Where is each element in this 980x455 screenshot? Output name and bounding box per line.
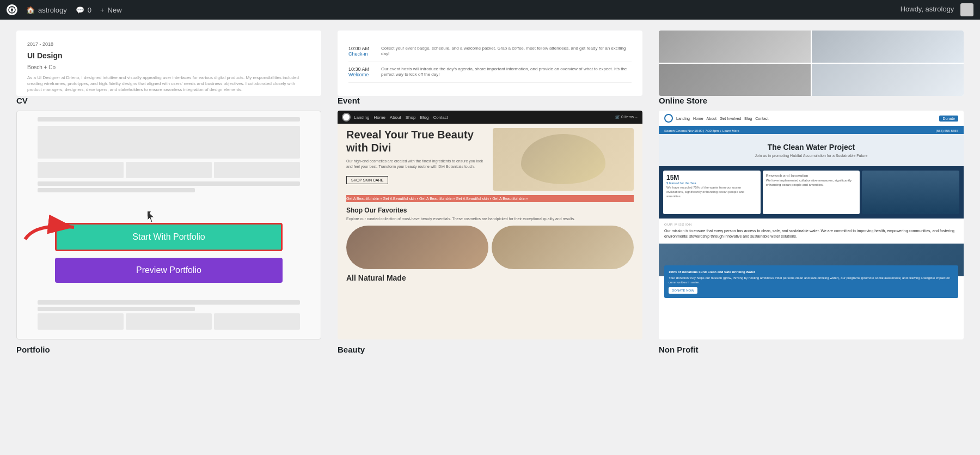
wf-cell-b1 [38,313,124,330]
beauty-cart: 🛒 0 Items ⌄ [615,115,638,119]
wf-nav [38,117,300,122]
np-stat-card-2-text: Research and Innovation [766,174,857,178]
cv-card-partial[interactable]: 2017 - 2018 UI Design Bosch + Co As a UI… [16,31,321,96]
np-stat-num: 15M [666,174,757,181]
admin-bar: 🏠 astrology 💬 0 + New Howdy, astrology [0,0,980,20]
online-store-label: Online Store [659,96,964,105]
cv-label: CV [16,96,321,105]
nonprofit-label: Non Profit [659,345,964,354]
store-img-4 [812,64,964,96]
start-with-portfolio-button[interactable]: Start With Portfolio [55,223,283,251]
site-name-item[interactable]: 🏠 astrology [26,6,67,14]
beauty-img-2 [492,226,634,269]
template-grid: Start With Portfolio Preview Portfolio [16,111,964,354]
wf-grid [38,162,300,178]
np-stat-label: $ Raised for the Sea [666,181,757,185]
shop-fav-title: Shop Our Favorites [346,207,634,214]
portfolio-card-inner: Start With Portfolio Preview Portfolio [17,111,321,339]
event-template-item: 10:00 AM Check-in Collect your event bad… [338,31,642,105]
wp-logo-item[interactable] [7,4,17,15]
wf-row-b2 [38,307,195,311]
event-row-1: 10:00 AM Check-in Collect your event bad… [348,41,632,62]
event-desc-2: Our event hosts will introduce the day's… [381,66,632,78]
beauty-nav: Landing Home About Shop Blog Contact [354,115,448,120]
svg-marker-4 [148,211,154,222]
event-card-partial[interactable]: 10:00 AM Check-in Collect your event bad… [338,31,642,96]
wp-logo-icon [7,4,17,15]
cv-title: UI Design [27,51,310,60]
beauty-logo-area: Landing Home About Shop Blog Contact [342,113,448,122]
wf-row-1 [38,181,300,186]
beauty-shop-favorites: Shop Our Favorites Explore our curated c… [346,207,634,270]
np-stat-desc: We have recycled 75% of the waste from o… [666,186,757,198]
avatar [960,3,973,16]
wf-cell-b2 [126,313,212,330]
top-row: 2017 - 2018 UI Design Bosch + Co As a UI… [16,31,964,105]
portfolio-template-item: Start With Portfolio Preview Portfolio [16,111,321,354]
np-donate-card: 100% of Donations Fund Clean and Safe Dr… [664,265,958,299]
comment-icon: 💬 [76,6,84,14]
np-hero-title: The Clean Water Project [664,143,958,151]
cv-subtitle: Bosch + Co [27,64,310,70]
np-donate-card-desc: Your donation truly helps our mission (g… [669,276,954,285]
nonprofit-template-item: Landing Home About Get Involved Blog Con… [659,111,964,354]
np-stat-card-2-desc: We have implemented collaborative measur… [766,179,857,187]
greeting-label: Howdy, astrology [901,5,954,13]
event-desc-1: Collect your event badge, schedule, and … [381,46,632,57]
cv-dates: 2017 - 2018 [27,41,310,47]
new-item[interactable]: + New [100,6,122,14]
np-stat-card-1: 15M $ Raised for the Sea We have recycle… [663,171,761,214]
portfolio-card[interactable]: Start With Portfolio Preview Portfolio [16,111,321,339]
online-store-card-partial[interactable] [659,31,964,96]
cv-template-item: 2017 - 2018 UI Design Bosch + Co As a UI… [16,31,321,105]
beauty-hero-text: Reveal Your True Beauty with Divi [346,128,487,154]
np-logo [664,114,673,123]
beauty-product-img [521,134,605,184]
beauty-scroll-banner: Get A Beautiful skin • Get A Beautiful s… [346,195,634,202]
event-card-content: 10:00 AM Check-in Collect your event bad… [338,31,642,96]
beauty-images [346,226,634,269]
np-stat-card-2: Research and Innovation We have implemen… [763,171,860,214]
shop-fav-desc: Explore our curated collection of must-h… [346,216,634,222]
event-time-2: 10:30 AM Welcome [348,66,376,77]
event-label: Event [338,96,642,105]
np-logo-nav: Landing Home About Get Involved Blog Con… [664,114,768,123]
nonprofit-card-content: Landing Home About Get Involved Blog Con… [659,111,964,339]
np-donate-card-btn[interactable]: DONATE NOW [669,287,697,294]
np-nav: Landing Home About Get Involved Blog Con… [676,117,768,120]
online-store-content [659,31,964,96]
wf-cell-1 [38,162,124,178]
beauty-shop-btn[interactable]: SHOP SKIN CARE [346,176,388,184]
beauty-hero-image [493,128,634,191]
cv-card-content: 2017 - 2018 UI Design Bosch + Co As a UI… [16,31,321,96]
np-mission: OUR MISSION Our mission is to ensure tha… [659,219,964,244]
store-img-2 [812,31,964,63]
portfolio-wireframe [32,112,305,200]
cv-body: As a UI Designer at Drieno, I designed i… [27,75,310,93]
admin-bar-right: Howdy, astrology [901,3,973,16]
np-mission-text: Our mission is to ensure that every pers… [664,228,958,239]
np-donate-nav-btn[interactable]: Donate [939,116,958,122]
preview-portfolio-button[interactable]: Preview Portfolio [55,258,283,283]
np-blue-bar: Search Cinema Nov 10:00 | 7:30 8pm + Lea… [659,128,964,134]
beauty-top-bar: Landing Home About Shop Blog Contact 🛒 0… [338,111,642,124]
np-hero-sub: Join us in promoting Habitat Accumulatio… [664,154,958,157]
beauty-footer-text: All Natural Made [346,274,634,282]
portfolio-wireframe-bottom [32,295,305,338]
beauty-card-content: Landing Home About Shop Blog Contact 🛒 0… [338,111,642,339]
np-hero: The Clean Water Project Join us in promo… [659,134,964,166]
wf-cell-2 [126,162,212,178]
comments-item[interactable]: 💬 0 [76,6,91,14]
beauty-logo-circle [342,113,351,122]
wf-row-b1 [38,300,300,305]
admin-bar-left: 🏠 astrology 💬 0 + New [7,4,122,15]
wf-grid-b [38,313,300,330]
beauty-card[interactable]: Landing Home About Shop Blog Contact 🛒 0… [338,111,642,339]
wf-cell-b3 [214,313,300,330]
beauty-template-item: Landing Home About Shop Blog Contact 🛒 0… [338,111,642,354]
nonprofit-card[interactable]: Landing Home About Get Involved Blog Con… [659,111,964,339]
np-donate-card-title: 100% of Donations Fund Clean and Safe Dr… [669,270,954,274]
new-label: New [108,6,122,14]
event-row-2: 10:30 AM Welcome Our event hosts will in… [348,62,632,83]
beauty-body-text: Our high-end cosmetics are created with … [346,159,487,169]
